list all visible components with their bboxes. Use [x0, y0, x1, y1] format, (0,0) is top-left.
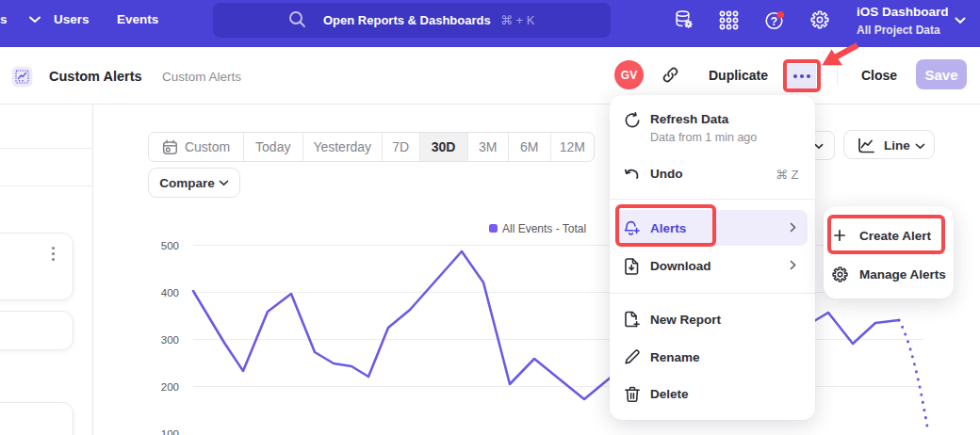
- svg-text:?: ?: [771, 15, 777, 28]
